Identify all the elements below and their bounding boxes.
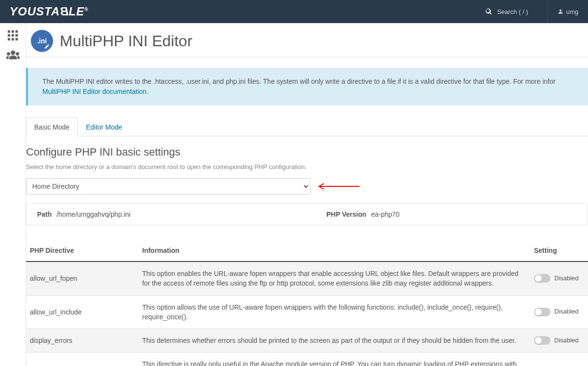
svg-rect-4	[12, 34, 14, 37]
tab-basic-mode[interactable]: Basic Mode	[26, 118, 78, 136]
toggle-switch[interactable]	[534, 308, 550, 316]
table-row: allow_url_includeThis option allows the …	[26, 295, 588, 329]
toggle-label: Disabled	[554, 274, 579, 283]
svg-rect-8	[15, 38, 18, 40]
directive-info: This option allows the use of URL-aware …	[138, 295, 530, 329]
svg-rect-3	[8, 34, 10, 37]
toggle-switch[interactable]	[534, 336, 550, 345]
path-info-box: Path /home/umggahvq/php.ini PHP Version …	[26, 203, 588, 225]
directive-name: allow_url_include	[26, 295, 138, 329]
svg-rect-2	[15, 30, 18, 33]
col-directive: PHP Directive	[26, 241, 138, 261]
svg-rect-6	[8, 38, 10, 40]
info-callout: The MultiPHP INI editor writes to the .h…	[26, 68, 588, 105]
directive-setting: Disabled	[530, 295, 588, 329]
section-title: Configure PHP INI basic settings	[26, 146, 588, 158]
directive-name: allow_url_fopen	[26, 261, 138, 295]
section-description: Select the home directory or a domain's …	[26, 163, 588, 170]
path-label: Path	[37, 210, 52, 218]
svg-point-9	[11, 51, 15, 55]
search-icon	[485, 8, 492, 15]
directive-name: enable_dl	[26, 353, 138, 366]
domain-select[interactable]: Home Directory	[26, 178, 310, 195]
annotation-arrow	[316, 183, 360, 190]
ini-editor-icon: .ini	[31, 30, 53, 52]
directive-info: This option enables the URL-aware fopen …	[138, 261, 530, 295]
user-icon	[558, 9, 563, 14]
col-information: Information	[138, 241, 530, 261]
toggle-label: Disabled	[554, 336, 579, 345]
version-value: ea-php70	[371, 210, 400, 218]
directive-info: This directive is really only useful in …	[138, 353, 530, 366]
directive-setting: Disabled	[530, 353, 588, 366]
table-row: allow_url_fopenThis option enables the U…	[26, 261, 588, 295]
toggle-label: Disabled	[554, 307, 579, 316]
pencil-icon	[44, 43, 50, 49]
sidebar	[0, 23, 26, 366]
mode-tabs: Basic Mode Editor Mode	[26, 118, 588, 136]
table-row: enable_dlThis directive is really only u…	[26, 353, 588, 366]
tab-editor-mode[interactable]: Editor Mode	[78, 118, 130, 136]
search-placeholder: Search ( / )	[497, 8, 528, 15]
search-area[interactable]: Search ( / )	[485, 8, 528, 15]
page-header: .ini MultiPHP INI Editor	[26, 27, 588, 57]
main-content: .ini MultiPHP INI Editor The MultiPHP IN…	[26, 23, 588, 366]
directive-setting: Disabled	[530, 329, 588, 353]
directives-table: PHP Directive Information Setting allow_…	[26, 241, 588, 366]
svg-rect-5	[15, 34, 18, 37]
user-menu[interactable]: umg	[548, 0, 578, 23]
directive-info: This determines whether errors should be…	[138, 329, 530, 353]
table-row: display_errorsThis determines whether er…	[26, 329, 588, 353]
brand-logo: YOUSTABLE®	[10, 5, 89, 18]
col-setting: Setting	[530, 241, 588, 261]
svg-rect-1	[12, 30, 14, 33]
svg-rect-0	[8, 30, 10, 33]
app-header: YOUSTABLE® Search ( / ) umg	[0, 0, 588, 23]
users-icon[interactable]	[6, 49, 20, 61]
directive-setting: Disabled	[530, 261, 588, 295]
username: umg	[566, 8, 578, 15]
directive-name: display_errors	[26, 329, 138, 353]
version-label: PHP Version	[326, 210, 366, 218]
path-value: /home/umggahvq/php.ini	[56, 210, 130, 218]
documentation-link[interactable]: MultiPHP INI Editor documentation	[42, 88, 147, 95]
toggle-switch[interactable]	[534, 274, 550, 283]
svg-point-10	[7, 52, 10, 55]
page-title: MultiPHP INI Editor	[60, 32, 192, 50]
info-text: The MultiPHP INI editor writes to the .h…	[42, 78, 556, 85]
svg-point-11	[15, 52, 19, 55]
svg-rect-7	[12, 38, 14, 40]
apps-grid-icon[interactable]	[6, 30, 20, 41]
